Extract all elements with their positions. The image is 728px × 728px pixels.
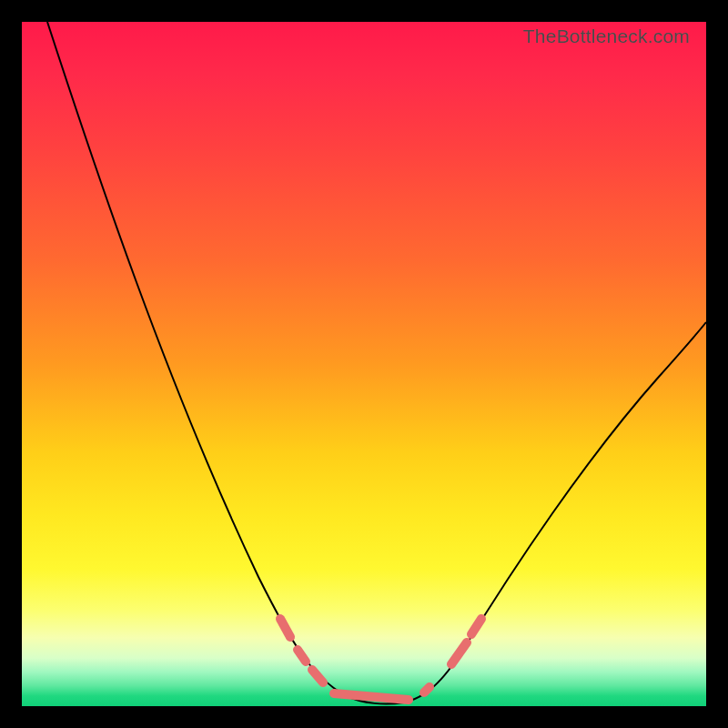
optimal-band-right-2 xyxy=(471,619,481,634)
curve-layer xyxy=(22,22,706,706)
optimal-band-right-1 xyxy=(451,642,467,664)
optimal-band-left-2 xyxy=(298,650,306,662)
optimal-band-left-1 xyxy=(280,619,290,637)
gradient-plot-area: TheBottleneck.com xyxy=(22,22,706,706)
optimal-band-right-dot xyxy=(424,687,430,693)
optimal-band-left-3 xyxy=(312,670,323,682)
outer-frame: TheBottleneck.com xyxy=(0,0,728,728)
optimal-band-bottom xyxy=(334,693,409,700)
bottleneck-curve xyxy=(47,22,706,703)
